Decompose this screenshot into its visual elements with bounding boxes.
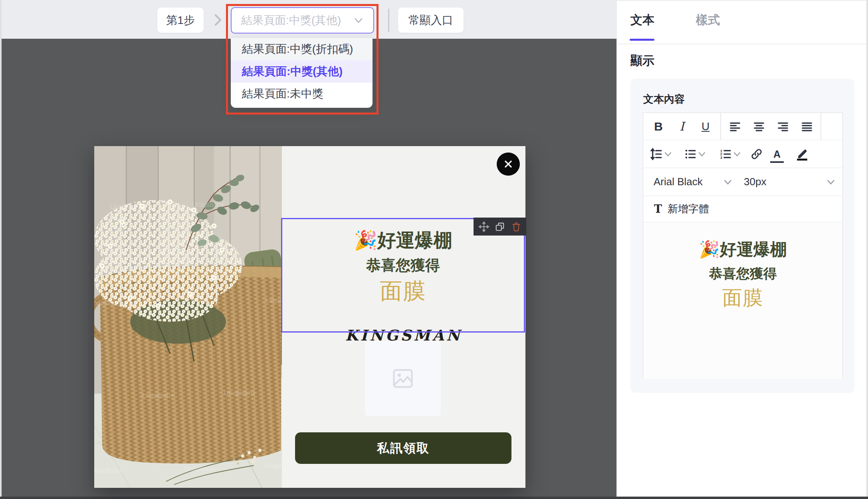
- align-left-icon: [729, 121, 741, 133]
- svg-text:Unsplash+: Unsplash+: [264, 462, 282, 469]
- result-page-select-value: 結果頁面:中獎(其他): [241, 13, 353, 28]
- cta-button[interactable]: 私訊領取: [295, 432, 511, 464]
- breadcrumb-chevron-icon: [211, 12, 225, 28]
- svg-text:Unsplash+: Unsplash+: [266, 297, 282, 304]
- chevron-down-icon: [664, 150, 672, 158]
- right-sidebar: 文本 樣式 顯示 文本內容 B I U: [616, 1, 866, 497]
- text-content-panel: 文本內容 B I U: [630, 79, 854, 393]
- line-height-button[interactable]: [649, 140, 674, 168]
- svg-text:Unsplash+: Unsplash+: [184, 465, 216, 473]
- result-page-select[interactable]: 結果頁面:中獎(其他): [231, 7, 374, 34]
- trash-icon: [511, 222, 521, 232]
- photo-illustration: Unsplash+ Unsplash+ Unsplash+ Unsplash+ …: [94, 146, 282, 488]
- align-center-button[interactable]: [752, 113, 766, 140]
- duplicate-button[interactable]: [494, 221, 506, 233]
- persistent-entry-label: 常顯入口: [408, 13, 453, 28]
- svg-text:Unsplash+: Unsplash+: [94, 467, 123, 474]
- dropdown-option-discount-code[interactable]: 結果頁面:中獎(折扣碼): [231, 38, 373, 60]
- font-size-value: 30px: [744, 176, 825, 188]
- tab-style[interactable]: 樣式: [696, 12, 720, 28]
- align-right-button[interactable]: [776, 113, 790, 140]
- dropdown-option-no-prize[interactable]: 結果頁面:未中獎: [231, 83, 373, 105]
- editor-toolbar-row-2: 123 A: [643, 140, 842, 168]
- align-center-icon: [753, 121, 765, 133]
- svg-text:Unsplash+: Unsplash+: [224, 389, 256, 397]
- close-icon: [503, 159, 513, 169]
- delete-button[interactable]: [510, 221, 522, 233]
- chevron-down-icon: [353, 15, 364, 26]
- ordered-list-button[interactable]: 123: [717, 140, 743, 168]
- chevron-down-icon: [698, 150, 706, 158]
- persistent-entry-button[interactable]: 常顯入口: [398, 8, 464, 33]
- align-justify-icon: [801, 121, 813, 133]
- font-size-select[interactable]: 30px: [739, 168, 841, 196]
- bullet-list-button[interactable]: [682, 140, 708, 168]
- align-justify-button[interactable]: [800, 113, 814, 140]
- preview-prize-text: 面膜: [722, 287, 764, 309]
- cta-label: 私訊領取: [377, 440, 430, 457]
- step-1-button[interactable]: 第1步: [157, 8, 204, 33]
- font-family-value: Arial Black: [654, 176, 722, 188]
- section-title: 顯示: [630, 53, 654, 69]
- image-placeholder[interactable]: [365, 341, 441, 416]
- top-toolbar: 第1步 結果頁面:中獎(其他) 常顯入口: [2, 1, 616, 39]
- step-1-label: 第1步: [166, 13, 195, 28]
- svg-text:3: 3: [720, 156, 722, 160]
- preview-headline: 🎉好運爆棚: [699, 240, 787, 259]
- popup-close-button[interactable]: [497, 152, 520, 176]
- ordered-list-icon: 123: [719, 148, 732, 160]
- popup-preview: Unsplash+ Unsplash+ Unsplash+ Unsplash+ …: [94, 146, 525, 488]
- chevron-down-icon: [826, 177, 836, 187]
- italic-button[interactable]: I: [675, 113, 689, 140]
- rich-text-editor: B I U: [643, 113, 843, 378]
- tab-text[interactable]: 文本: [630, 12, 654, 28]
- highlighter-icon: [795, 147, 809, 161]
- svg-text:Unsplash+: Unsplash+: [192, 201, 224, 208]
- bold-button[interactable]: B: [651, 113, 666, 140]
- panel-title: 文本內容: [643, 92, 685, 106]
- svg-text:Unsplash+: Unsplash+: [94, 299, 121, 307]
- window-frame-right: [866, 0, 868, 497]
- font-settings-row: Arial Black 30px: [643, 168, 842, 196]
- move-icon: [478, 221, 489, 232]
- popup-subline: 恭喜您獲得: [366, 257, 440, 274]
- add-font-button[interactable]: T 新增字體: [643, 196, 842, 222]
- align-right-icon: [777, 121, 789, 133]
- add-font-label: 新增字體: [668, 202, 709, 216]
- font-T-icon: T: [654, 203, 662, 215]
- popup-headline: 🎉好運爆棚: [354, 230, 452, 251]
- duplicate-icon: [495, 222, 505, 232]
- move-button[interactable]: [478, 221, 490, 233]
- line-height-icon: [650, 148, 663, 160]
- window-frame-bottom: [0, 497, 868, 499]
- underline-button[interactable]: U: [698, 113, 713, 140]
- toolbar-divider: [388, 8, 389, 32]
- text-preview-area[interactable]: 🎉好運爆棚 恭喜您獲得 面膜: [643, 222, 842, 379]
- align-left-button[interactable]: [728, 113, 742, 140]
- dropdown-option-other-prize[interactable]: 結果頁面:中獎(其他): [231, 60, 373, 83]
- element-toolbar: [474, 218, 526, 236]
- text-color-button[interactable]: A: [770, 147, 784, 163]
- svg-text:Unsplash+: Unsplash+: [142, 392, 174, 399]
- popup-prize-text: 面膜: [380, 279, 426, 303]
- chevron-down-icon: [733, 150, 741, 158]
- bullet-list-icon: [684, 148, 697, 160]
- svg-text:Unsplash+: Unsplash+: [110, 203, 143, 211]
- font-family-select[interactable]: Arial Black: [643, 168, 736, 196]
- active-tab-underline: [630, 39, 654, 41]
- highlight-button[interactable]: [792, 140, 813, 168]
- chevron-down-icon: [723, 177, 733, 187]
- popup-photo: Unsplash+ Unsplash+ Unsplash+ Unsplash+ …: [94, 146, 282, 488]
- svg-text:Unsplash+: Unsplash+: [176, 296, 208, 303]
- preview-subline: 恭喜您獲得: [709, 266, 777, 281]
- sidebar-header-divider: [617, 44, 867, 44]
- image-icon: [391, 366, 415, 390]
- result-page-dropdown-list: 結果頁面:中獎(折扣碼) 結果頁面:中獎(其他) 結果頁面:未中獎: [231, 38, 373, 108]
- link-button[interactable]: [748, 140, 765, 168]
- link-icon: [750, 148, 763, 160]
- editor-toolbar-row-1: B I U: [643, 113, 842, 140]
